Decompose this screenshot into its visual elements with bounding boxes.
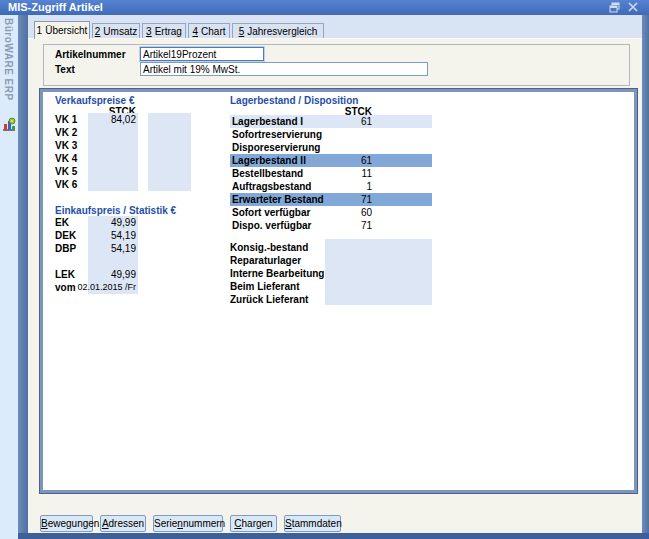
tab-umsatz[interactable]: 2Umsatz <box>92 23 140 38</box>
table-row: LEK49,99 <box>55 268 138 281</box>
text-label: Text <box>55 64 75 75</box>
adressen-button[interactable]: Adressen <box>100 515 146 532</box>
table-row: DEK54,19 <box>55 229 138 242</box>
tab-number: 2 <box>95 26 101 37</box>
bar-chart-icon[interactable] <box>2 116 17 137</box>
table-row: VK 4 <box>55 152 138 165</box>
titlebar: MIS-Zugriff Artikel <box>0 0 649 15</box>
table-row: vom02.01.2015 /Fr <box>55 281 138 294</box>
list-item: Konsig.-bestand <box>230 241 430 254</box>
tab-jahresvergleich[interactable]: 5Jahresvergleich <box>232 23 324 38</box>
list-item: Beim Lieferant <box>230 280 430 293</box>
artikelnummer-input[interactable] <box>140 47 264 61</box>
close-icon[interactable] <box>627 2 639 13</box>
application-window: MIS-Zugriff Artikel BüroWARE ERP <box>0 0 649 539</box>
tab-number: 4 <box>192 26 198 37</box>
vk-price-box-2 <box>148 113 191 191</box>
table-row: DBP54,19 <box>55 242 138 255</box>
chargen-button[interactable]: Chargen <box>230 515 277 532</box>
brand-vertical-label: BüroWARE ERP <box>3 18 14 113</box>
tab-chart[interactable]: 4Chart <box>188 23 230 38</box>
left-frame-strip <box>18 15 28 539</box>
verkaufspreise-title: Verkaufspreise € <box>55 95 135 106</box>
table-row: VK 5 <box>55 165 138 178</box>
tab-label: Umsatz <box>103 26 137 37</box>
text-input[interactable] <box>140 62 428 76</box>
tab-number: 3 <box>146 26 152 37</box>
table-row: Lagerbestand I61 <box>230 115 432 128</box>
tab-uebersicht[interactable]: 1Übersicht <box>34 21 90 39</box>
right-frame-strip <box>642 15 649 539</box>
table-row <box>55 255 138 268</box>
tab-label: Jahresvergleich <box>247 26 317 37</box>
tab-number: 5 <box>239 26 245 37</box>
restore-icon[interactable] <box>609 2 621 13</box>
list-item: Interne Bearbeitung <box>230 267 430 280</box>
seriennummern-button[interactable]: Seriennummern <box>153 515 223 532</box>
table-row: VK 2 <box>55 126 138 139</box>
lager-rows: Lagerbestand I61 Sofortreservierung Disp… <box>230 115 432 232</box>
table-row: VK 3 <box>55 139 138 152</box>
stammdaten-button[interactable]: Stammdaten <box>284 515 341 532</box>
table-row: Sofort verfügbar60 <box>230 206 432 219</box>
tab-label: Übersicht <box>45 25 87 36</box>
table-row: VK 184,02 <box>55 113 138 126</box>
table-row: Bestellbestand11 <box>230 167 432 180</box>
bottom-frame-strip <box>18 533 649 539</box>
einkaufspreis-title: Einkaufspreis / Statistik € <box>55 205 176 216</box>
ek-rows: EK49,99 DEK54,19 DBP54,19 LEK49,99 vom02… <box>55 216 138 294</box>
list-item: Zurück Lieferant <box>230 293 430 306</box>
artikelnummer-label: Artikelnummer <box>55 49 126 60</box>
tab-label: Ertrag <box>155 26 182 37</box>
table-row: Sofortreservierung <box>230 128 432 141</box>
table-row: Lagerbestand II61 <box>230 154 432 167</box>
tab-ertrag[interactable]: 3Ertrag <box>142 23 186 38</box>
table-row: Dispo. verfügbar71 <box>230 219 432 232</box>
bewegungen-button[interactable]: Bewegungen <box>40 515 93 532</box>
table-row: EK49,99 <box>55 216 138 229</box>
special-stock-rows: Konsig.-bestand Reparaturlager Interne B… <box>230 241 430 306</box>
table-row: Disporeservierung <box>230 141 432 154</box>
window-title: MIS-Zugriff Artikel <box>8 0 103 15</box>
tab-number: 1 <box>37 25 43 36</box>
lagerbestand-title: Lagerbestand / Disposition <box>230 95 358 106</box>
tab-label: Chart <box>201 26 225 37</box>
table-row: Erwarteter Bestand71 <box>230 193 432 206</box>
table-row: VK 6 <box>55 178 138 191</box>
vk-rows: VK 184,02 VK 2 VK 3 VK 4 VK 5 VK 6 <box>55 113 138 191</box>
table-row: Auftragsbestand1 <box>230 180 432 193</box>
list-item: Reparaturlager <box>230 254 430 267</box>
